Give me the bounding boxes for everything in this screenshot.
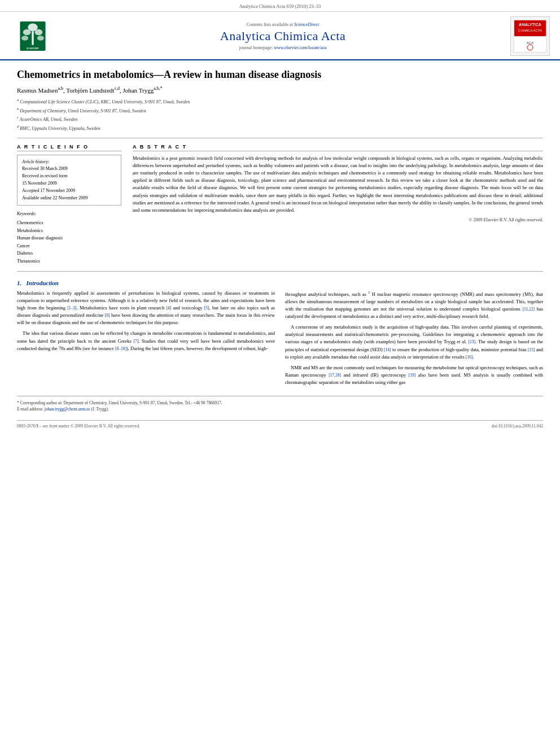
svg-text:CHIMICA ACTA: CHIMICA ACTA <box>518 29 542 32</box>
intro-col-left: Metabolomics is frequently applied in as… <box>17 290 275 390</box>
article-history-box: Article history: Received 30 March 2009 … <box>17 155 121 206</box>
intro-para-2: The idea that various disease states can… <box>17 330 275 352</box>
svg-text:ACA: ACA <box>527 41 533 45</box>
aca-logo-icon: ANALYTICA CHIMICA ACTA ACA <box>513 19 547 53</box>
accepted-date: Accepted 17 November 2009 <box>22 187 116 195</box>
homepage-line: journal homepage: www.elsevier.com/locat… <box>55 45 510 50</box>
sciencedirect-line: Contents lists available at ScienceDirec… <box>55 22 510 27</box>
intro-para-5: NMR and MS are the most commonly used te… <box>285 364 543 387</box>
body-divider <box>17 271 543 272</box>
journal-center: Contents lists available at ScienceDirec… <box>55 22 510 50</box>
received-revised-label: Received in revised form <box>22 173 116 180</box>
keyword-metabolomics: Metabolomics <box>17 227 121 235</box>
introduction-section: 1. Introduction Metabolomics is frequent… <box>17 279 543 390</box>
affiliation-b: b Department of Chemistry, Umeå Universi… <box>17 106 543 115</box>
journal-logo-right: ANALYTICA CHIMICA ACTA ACA <box>510 16 550 56</box>
svg-point-2 <box>23 29 31 35</box>
journal-citation: Analytica Chimica Acta 659 (2010) 23–33 <box>239 3 321 9</box>
keyword-diabetes: Diabetes <box>17 250 121 257</box>
header-divider <box>17 138 543 138</box>
issn-line: 0003-2670/$ – see front matter © 2009 El… <box>17 423 140 429</box>
keyword-diagnosis: Human disease diagnosis <box>17 234 121 242</box>
info-abstract-columns: A R T I C L E I N F O Article history: R… <box>17 144 543 265</box>
article-info-label: A R T I C L E I N F O <box>17 144 121 151</box>
intro-para-3: throughput analytical techniques, such a… <box>285 290 543 321</box>
abstract-label: A B S T R A C T <box>133 144 543 151</box>
intro-para-1: Metabolomics is frequently applied in as… <box>17 290 275 327</box>
keyword-theranostics: Theranostics <box>17 257 121 265</box>
affiliation-c: c AcureOmics AB, Umeå, Sweden <box>17 115 543 123</box>
top-bar: Analytica Chimica Acta 659 (2010) 23–33 <box>0 0 560 12</box>
footnote-area: * Corresponding author at: Department of… <box>17 396 543 413</box>
abstract-column: A B S T R A C T Metabolomics is a post g… <box>133 144 543 265</box>
keyword-cancer: Cancer <box>17 242 121 250</box>
section-title-intro: 1. Introduction <box>17 279 543 286</box>
sciencedirect-link[interactable]: ScienceDirect <box>294 22 320 27</box>
svg-text:ANALYTICA: ANALYTICA <box>519 23 541 27</box>
svg-text:ELSEVIER: ELSEVIER <box>27 47 39 50</box>
email-link[interactable]: johan.trygg@chem.umu.se <box>45 407 90 412</box>
article-title: Chemometrics in metabolomics—A review in… <box>17 68 543 81</box>
journal-title: Analytica Chimica Acta <box>55 29 510 43</box>
keyword-chemometrics: Chemometrics <box>17 219 121 227</box>
doi-line: doi:10.1016/j.aca.2009.11.042 <box>492 423 543 429</box>
bottom-bar: 0003-2670/$ – see front matter © 2009 El… <box>17 420 543 429</box>
abstract-text: Metabolomics is a post genomic research … <box>133 155 543 214</box>
available-date: Available online 22 November 2009 <box>22 195 116 202</box>
svg-point-3 <box>34 29 42 35</box>
journal-header: ELSEVIER Contents lists available at Sci… <box>0 12 560 60</box>
footnote-corresponding: * Corresponding author at: Department of… <box>17 400 543 406</box>
copyright-line: © 2009 Elsevier B.V. All rights reserved… <box>133 217 543 222</box>
affiliations: a Computational Life Science Cluster (CL… <box>17 97 543 132</box>
elsevier-logo: ELSEVIER <box>10 21 55 51</box>
article-info-column: A R T I C L E I N F O Article history: R… <box>17 144 121 265</box>
article-main: Chemometrics in metabolomics—A review in… <box>0 60 560 436</box>
svg-point-4 <box>21 36 28 41</box>
received-revised-date: 15 November 2009 <box>22 180 116 187</box>
svg-point-5 <box>37 36 44 41</box>
elsevier-tree-icon: ELSEVIER <box>18 21 47 51</box>
history-label: Article history: <box>22 159 116 166</box>
authors-line: Rasmus Madsena,b, Torbjörn Lundstedtc,d,… <box>17 86 543 94</box>
intro-para-4: A cornerstone of any metabolomics study … <box>285 324 543 361</box>
affiliation-a: a Computational Life Science Cluster (CL… <box>17 97 543 106</box>
affiliation-d: d BMC, Uppsala University, Uppsala, Swed… <box>17 124 543 132</box>
homepage-link[interactable]: www.elsevier.com/locate/aca <box>274 45 326 50</box>
intro-body-columns: Metabolomics is frequently applied in as… <box>17 290 543 390</box>
received-date: Received 30 March 2009 <box>22 165 116 173</box>
keywords-label: Keywords: <box>17 210 121 218</box>
keywords-box: Keywords: Chemometrics Metabolomics Huma… <box>17 210 121 265</box>
footnote-email: E-mail address: johan.trygg@chem.umu.se … <box>17 406 543 412</box>
page-wrapper: Analytica Chimica Acta 659 (2010) 23–33 … <box>0 0 560 747</box>
svg-rect-6 <box>32 31 33 45</box>
intro-col-right: throughput analytical techniques, such a… <box>285 290 543 390</box>
